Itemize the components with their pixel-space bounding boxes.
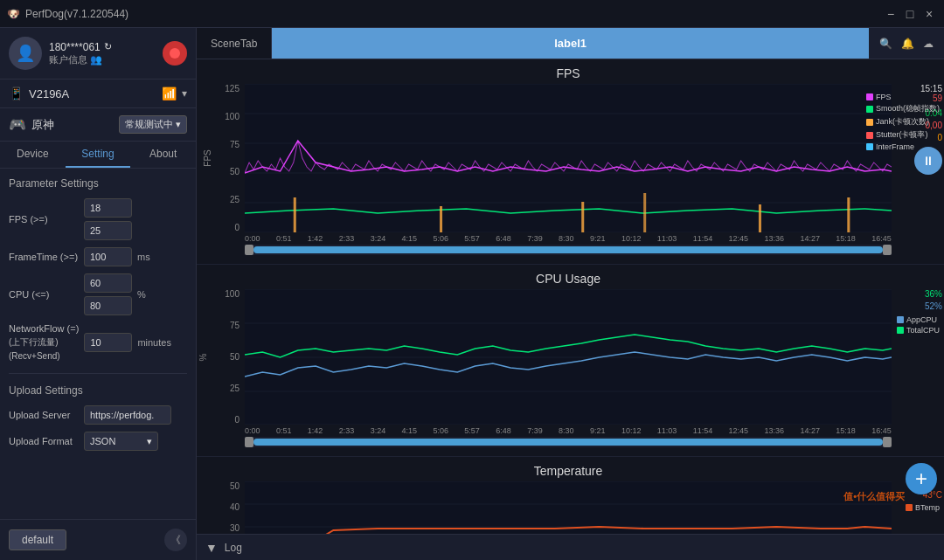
networkflow-param-row: NetworkFlow (=) (上下行流量)(Recv+Send) minut… <box>9 322 187 363</box>
fps-y-axis: 0 25 50 75 100 125 <box>208 84 239 232</box>
scrollbar-track[interactable] <box>253 246 883 253</box>
temp-y-label: ℃ <box>199 534 209 535</box>
cpu-chart-title: CPU Usage <box>245 272 892 286</box>
legend-stutter: Stutter(卡顿率) <box>866 129 940 141</box>
minimize-button[interactable]: − <box>883 6 899 22</box>
collapse-button[interactable]: 《 <box>164 529 187 551</box>
default-button[interactable]: default <box>9 529 66 550</box>
titlebar: 🐶 PerfDog(v7.1.220544) − □ × <box>0 0 944 28</box>
mode-chevron-icon: ▾ <box>176 119 181 130</box>
networkflow-unit: minutes <box>137 337 171 348</box>
app-icon: 🐶 <box>7 8 20 20</box>
fps-input-1[interactable] <box>84 198 132 218</box>
upload-format-select[interactable]: JSON ▾ <box>84 432 158 451</box>
cpu-unit: % <box>137 289 146 300</box>
app-title: PerfDog(v7.1.220544) <box>25 8 128 20</box>
fps-scrollbar[interactable] <box>245 245 892 255</box>
tab-setting[interactable]: Setting <box>66 142 131 168</box>
legend-appcpu: AppCPU <box>897 315 940 324</box>
sidebar-bottom: default 《 <box>0 519 196 560</box>
pause-button[interactable]: ⏸ <box>914 147 942 175</box>
tab-about[interactable]: About <box>130 142 196 168</box>
legend-fps: FPS <box>866 93 940 101</box>
upload-server-input[interactable] <box>84 405 171 425</box>
device-icon: 📱 <box>9 86 24 100</box>
frametime-unit: ms <box>137 252 150 262</box>
cpu-chart-container: CPU Usage 0 25 50 75 100 % <box>197 265 944 457</box>
cpu-input-2[interactable] <box>84 296 132 315</box>
tab-device[interactable]: Device <box>0 142 66 168</box>
scrollbar-handle-left-cpu[interactable] <box>245 437 253 447</box>
label1-tab[interactable]: label1 <box>272 28 869 59</box>
fps-inputs <box>84 198 132 240</box>
game-icon: 🎮 <box>9 116 26 133</box>
search-icon[interactable]: 🔍 <box>879 38 892 50</box>
close-button[interactable]: × <box>921 6 937 22</box>
device-selector[interactable]: 📱 V2196A 📶 ▾ <box>0 80 196 108</box>
content-header: SceneTab label1 🔍 🔔 ☁ <box>197 28 944 59</box>
cpu-param-row: CPU (<=) % <box>9 273 187 315</box>
upload-format-row: Upload Format JSON ▾ <box>9 432 187 451</box>
avatar-icon: 👤 <box>16 44 35 63</box>
sidebar: 👤 180****061 ↻ 账户信息 👥 📱 V2196A 📶 ▾ <box>0 28 197 560</box>
temp-chart-svg <box>245 481 892 534</box>
svg-rect-19 <box>245 481 892 534</box>
game-mode-selector[interactable]: 常规测试中 ▾ <box>119 115 187 134</box>
header-icons: 🔍 🔔 ☁ <box>869 38 944 50</box>
titlebar-controls: − □ × <box>883 6 937 22</box>
cpu-chart-svg <box>245 289 892 425</box>
svg-rect-7 <box>294 197 296 232</box>
cpu-label: CPU (<=) <box>9 289 79 300</box>
scrollbar-handle-left[interactable] <box>245 245 253 255</box>
cpu-scrollbar[interactable] <box>245 437 892 447</box>
cpu-chart-wrap: 0 25 50 75 100 % <box>245 289 892 425</box>
watermark: 值•什么值得买 <box>843 490 905 503</box>
fps-param-row: FPS (>=) <box>9 198 187 240</box>
cpu-input-1[interactable] <box>84 273 132 293</box>
fps-chart-container: FPS 0 25 50 75 100 125 FPS <box>197 59 944 265</box>
add-chart-button[interactable]: + <box>906 463 937 494</box>
record-button[interactable] <box>163 41 187 66</box>
legend-totalcpu: TotalCPU <box>897 326 940 335</box>
networkflow-input[interactable] <box>84 333 132 352</box>
temp-legend: BTemp <box>906 503 940 514</box>
log-label: Log <box>225 542 242 554</box>
fps-chart-svg <box>245 84 892 232</box>
refresh-icon[interactable]: ↻ <box>104 41 112 52</box>
maximize-button[interactable]: □ <box>902 6 918 22</box>
cpu-value1: 36% <box>925 289 942 299</box>
cpu-x-axis: 0:00 0:51 1:42 2:33 3:24 4:15 5:06 5:57 … <box>245 426 892 435</box>
sidebar-tabs: Device Setting About <box>0 142 196 169</box>
charts-area: FPS 0 25 50 75 100 125 FPS <box>197 59 944 534</box>
scrollbar-handle-right-cpu[interactable] <box>883 437 892 447</box>
svg-rect-12 <box>847 197 850 232</box>
upload-server-row: Upload Server <box>9 405 187 425</box>
user-name: 180****061 ↻ <box>49 41 156 53</box>
fps-input-2[interactable] <box>84 221 132 240</box>
frametime-param-row: FrameTime (>=) ms <box>9 247 187 266</box>
fps-chart-wrap: 0 25 50 75 100 125 FPS <box>245 84 892 232</box>
user-section: 👤 180****061 ↻ 账户信息 👥 <box>0 28 196 80</box>
game-selector[interactable]: 🎮 原神 常规测试中 ▾ <box>0 108 196 142</box>
settings-panel: Parameter Settings FPS (>=) FrameTime (>… <box>0 169 196 519</box>
cpu-legend: AppCPU TotalCPU <box>897 315 940 336</box>
frametime-input[interactable] <box>84 247 132 266</box>
log-expand-icon[interactable]: ▼ <box>205 541 218 555</box>
svg-rect-10 <box>643 193 646 232</box>
chevron-down-icon[interactable]: ▾ <box>182 87 187 100</box>
scrollbar-track-cpu[interactable] <box>253 439 883 446</box>
main-layout: 👤 180****061 ↻ 账户信息 👥 📱 V2196A 📶 ▾ <box>0 28 944 560</box>
pause-icon: ⏸ <box>922 154 934 168</box>
scene-tab[interactable]: SceneTab <box>197 28 272 59</box>
notification-icon[interactable]: 🔔 <box>901 38 914 50</box>
user-label[interactable]: 账户信息 👥 <box>49 53 156 66</box>
fps-legend: FPS Smooth(稳帧指数) Jank(卡顿次数) Stutter <box>866 93 940 153</box>
cpu-y-label: % <box>198 353 208 361</box>
cloud-icon[interactable]: ☁ <box>923 38 934 50</box>
legend-jank: Jank(卡顿次数) <box>866 116 940 128</box>
upload-settings-title: Upload Settings <box>9 384 187 397</box>
fps-x-axis: 0:00 0:51 1:42 2:33 3:24 4:15 5:06 5:57 … <box>245 234 892 243</box>
divider <box>9 373 187 374</box>
scrollbar-handle-right[interactable] <box>883 245 892 255</box>
user-manage-icon: 👥 <box>90 54 102 66</box>
